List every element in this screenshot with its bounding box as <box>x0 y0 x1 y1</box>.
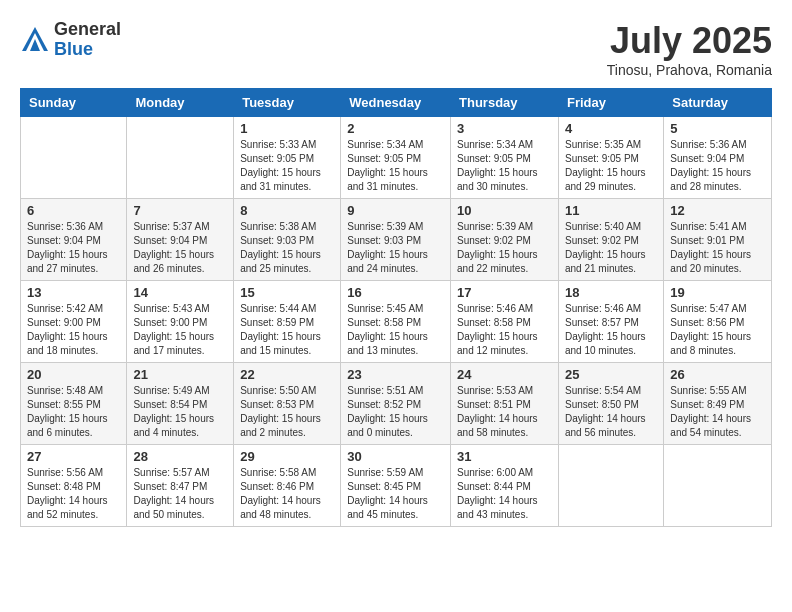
day-number: 22 <box>240 367 334 382</box>
location: Tinosu, Prahova, Romania <box>607 62 772 78</box>
calendar-cell: 28 Sunrise: 5:57 AMSunset: 8:47 PMDaylig… <box>127 445 234 527</box>
day-info: Sunrise: 5:34 AMSunset: 9:05 PMDaylight:… <box>347 138 444 194</box>
calendar-cell: 19 Sunrise: 5:47 AMSunset: 8:56 PMDaylig… <box>664 281 772 363</box>
calendar-cell: 8 Sunrise: 5:38 AMSunset: 9:03 PMDayligh… <box>234 199 341 281</box>
col-monday: Monday <box>127 89 234 117</box>
calendar: Sunday Monday Tuesday Wednesday Thursday… <box>20 88 772 527</box>
col-tuesday: Tuesday <box>234 89 341 117</box>
logo: General Blue <box>20 20 121 60</box>
day-info: Sunrise: 5:46 AMSunset: 8:57 PMDaylight:… <box>565 302 657 358</box>
calendar-cell: 13 Sunrise: 5:42 AMSunset: 9:00 PMDaylig… <box>21 281 127 363</box>
col-saturday: Saturday <box>664 89 772 117</box>
day-number: 20 <box>27 367 120 382</box>
calendar-cell: 27 Sunrise: 5:56 AMSunset: 8:48 PMDaylig… <box>21 445 127 527</box>
calendar-cell: 30 Sunrise: 5:59 AMSunset: 8:45 PMDaylig… <box>341 445 451 527</box>
day-info: Sunrise: 5:50 AMSunset: 8:53 PMDaylight:… <box>240 384 334 440</box>
day-number: 8 <box>240 203 334 218</box>
day-info: Sunrise: 5:41 AMSunset: 9:01 PMDaylight:… <box>670 220 765 276</box>
calendar-cell: 24 Sunrise: 5:53 AMSunset: 8:51 PMDaylig… <box>451 363 559 445</box>
col-sunday: Sunday <box>21 89 127 117</box>
day-info: Sunrise: 5:49 AMSunset: 8:54 PMDaylight:… <box>133 384 227 440</box>
calendar-cell: 12 Sunrise: 5:41 AMSunset: 9:01 PMDaylig… <box>664 199 772 281</box>
calendar-cell <box>664 445 772 527</box>
day-number: 29 <box>240 449 334 464</box>
calendar-cell: 3 Sunrise: 5:34 AMSunset: 9:05 PMDayligh… <box>451 117 559 199</box>
calendar-cell: 2 Sunrise: 5:34 AMSunset: 9:05 PMDayligh… <box>341 117 451 199</box>
calendar-week-4: 20 Sunrise: 5:48 AMSunset: 8:55 PMDaylig… <box>21 363 772 445</box>
calendar-cell: 16 Sunrise: 5:45 AMSunset: 8:58 PMDaylig… <box>341 281 451 363</box>
day-number: 6 <box>27 203 120 218</box>
day-number: 28 <box>133 449 227 464</box>
day-info: Sunrise: 5:37 AMSunset: 9:04 PMDaylight:… <box>133 220 227 276</box>
page-header: General Blue July 2025 Tinosu, Prahova, … <box>20 20 772 78</box>
day-info: Sunrise: 5:59 AMSunset: 8:45 PMDaylight:… <box>347 466 444 522</box>
calendar-week-5: 27 Sunrise: 5:56 AMSunset: 8:48 PMDaylig… <box>21 445 772 527</box>
day-number: 30 <box>347 449 444 464</box>
day-info: Sunrise: 5:33 AMSunset: 9:05 PMDaylight:… <box>240 138 334 194</box>
calendar-cell: 22 Sunrise: 5:50 AMSunset: 8:53 PMDaylig… <box>234 363 341 445</box>
day-number: 27 <box>27 449 120 464</box>
calendar-cell: 15 Sunrise: 5:44 AMSunset: 8:59 PMDaylig… <box>234 281 341 363</box>
day-number: 31 <box>457 449 552 464</box>
title-section: July 2025 Tinosu, Prahova, Romania <box>607 20 772 78</box>
day-info: Sunrise: 5:42 AMSunset: 9:00 PMDaylight:… <box>27 302 120 358</box>
day-info: Sunrise: 5:45 AMSunset: 8:58 PMDaylight:… <box>347 302 444 358</box>
logo-icon <box>20 25 50 55</box>
logo-blue: Blue <box>54 40 121 60</box>
logo-text: General Blue <box>54 20 121 60</box>
day-info: Sunrise: 5:44 AMSunset: 8:59 PMDaylight:… <box>240 302 334 358</box>
calendar-cell: 1 Sunrise: 5:33 AMSunset: 9:05 PMDayligh… <box>234 117 341 199</box>
logo-general: General <box>54 20 121 40</box>
day-number: 17 <box>457 285 552 300</box>
day-number: 13 <box>27 285 120 300</box>
day-info: Sunrise: 5:47 AMSunset: 8:56 PMDaylight:… <box>670 302 765 358</box>
day-number: 15 <box>240 285 334 300</box>
calendar-cell: 21 Sunrise: 5:49 AMSunset: 8:54 PMDaylig… <box>127 363 234 445</box>
day-number: 23 <box>347 367 444 382</box>
calendar-cell: 29 Sunrise: 5:58 AMSunset: 8:46 PMDaylig… <box>234 445 341 527</box>
calendar-week-1: 1 Sunrise: 5:33 AMSunset: 9:05 PMDayligh… <box>21 117 772 199</box>
month-title: July 2025 <box>607 20 772 62</box>
day-info: Sunrise: 5:40 AMSunset: 9:02 PMDaylight:… <box>565 220 657 276</box>
day-number: 2 <box>347 121 444 136</box>
day-number: 3 <box>457 121 552 136</box>
day-info: Sunrise: 5:53 AMSunset: 8:51 PMDaylight:… <box>457 384 552 440</box>
calendar-cell: 31 Sunrise: 6:00 AMSunset: 8:44 PMDaylig… <box>451 445 559 527</box>
day-number: 24 <box>457 367 552 382</box>
calendar-cell <box>21 117 127 199</box>
day-number: 11 <box>565 203 657 218</box>
day-number: 10 <box>457 203 552 218</box>
col-wednesday: Wednesday <box>341 89 451 117</box>
day-info: Sunrise: 5:39 AMSunset: 9:02 PMDaylight:… <box>457 220 552 276</box>
calendar-cell: 11 Sunrise: 5:40 AMSunset: 9:02 PMDaylig… <box>558 199 663 281</box>
day-number: 25 <box>565 367 657 382</box>
day-info: Sunrise: 6:00 AMSunset: 8:44 PMDaylight:… <box>457 466 552 522</box>
calendar-cell: 25 Sunrise: 5:54 AMSunset: 8:50 PMDaylig… <box>558 363 663 445</box>
day-number: 9 <box>347 203 444 218</box>
day-info: Sunrise: 5:35 AMSunset: 9:05 PMDaylight:… <box>565 138 657 194</box>
day-info: Sunrise: 5:57 AMSunset: 8:47 PMDaylight:… <box>133 466 227 522</box>
day-number: 21 <box>133 367 227 382</box>
day-number: 5 <box>670 121 765 136</box>
day-info: Sunrise: 5:58 AMSunset: 8:46 PMDaylight:… <box>240 466 334 522</box>
day-number: 4 <box>565 121 657 136</box>
day-info: Sunrise: 5:43 AMSunset: 9:00 PMDaylight:… <box>133 302 227 358</box>
calendar-cell: 9 Sunrise: 5:39 AMSunset: 9:03 PMDayligh… <box>341 199 451 281</box>
calendar-cell <box>558 445 663 527</box>
day-info: Sunrise: 5:56 AMSunset: 8:48 PMDaylight:… <box>27 466 120 522</box>
calendar-cell: 10 Sunrise: 5:39 AMSunset: 9:02 PMDaylig… <box>451 199 559 281</box>
calendar-week-3: 13 Sunrise: 5:42 AMSunset: 9:00 PMDaylig… <box>21 281 772 363</box>
day-info: Sunrise: 5:36 AMSunset: 9:04 PMDaylight:… <box>670 138 765 194</box>
day-info: Sunrise: 5:46 AMSunset: 8:58 PMDaylight:… <box>457 302 552 358</box>
calendar-cell: 17 Sunrise: 5:46 AMSunset: 8:58 PMDaylig… <box>451 281 559 363</box>
day-number: 1 <box>240 121 334 136</box>
calendar-cell: 23 Sunrise: 5:51 AMSunset: 8:52 PMDaylig… <box>341 363 451 445</box>
day-info: Sunrise: 5:39 AMSunset: 9:03 PMDaylight:… <box>347 220 444 276</box>
calendar-week-2: 6 Sunrise: 5:36 AMSunset: 9:04 PMDayligh… <box>21 199 772 281</box>
day-info: Sunrise: 5:36 AMSunset: 9:04 PMDaylight:… <box>27 220 120 276</box>
day-info: Sunrise: 5:55 AMSunset: 8:49 PMDaylight:… <box>670 384 765 440</box>
col-thursday: Thursday <box>451 89 559 117</box>
calendar-cell <box>127 117 234 199</box>
day-number: 19 <box>670 285 765 300</box>
calendar-cell: 26 Sunrise: 5:55 AMSunset: 8:49 PMDaylig… <box>664 363 772 445</box>
